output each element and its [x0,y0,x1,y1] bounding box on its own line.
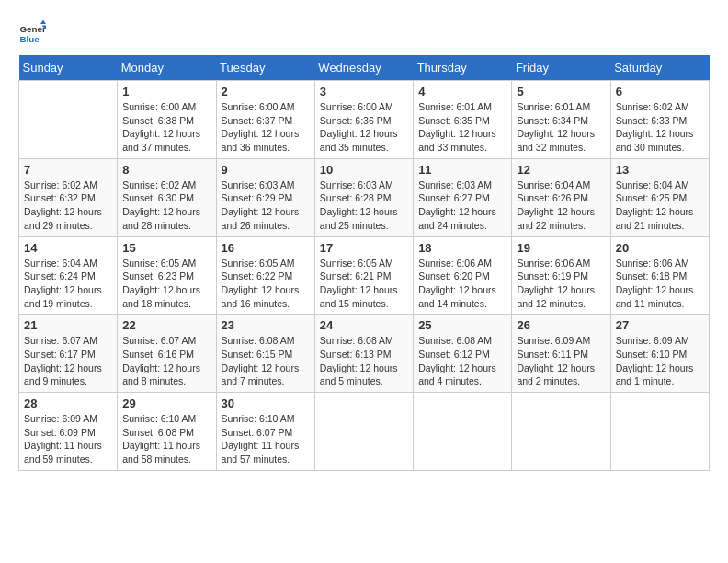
calendar-cell: 4Sunrise: 6:01 AM Sunset: 6:35 PM Daylig… [414,81,512,159]
day-number: 23 [222,318,310,332]
calendar-cell: 21Sunrise: 6:07 AM Sunset: 6:17 PM Dayli… [19,315,118,393]
day-number: 11 [418,163,506,177]
day-number: 12 [517,163,605,177]
calendar-cell: 22Sunrise: 6:07 AM Sunset: 6:16 PM Dayli… [118,315,216,393]
weekday-header-cell: Monday [118,55,216,81]
calendar-cell: 13Sunrise: 6:04 AM Sunset: 6:25 PM Dayli… [610,158,709,236]
day-number: 29 [122,396,210,410]
day-info: Sunrise: 6:10 AM Sunset: 6:07 PM Dayligh… [222,412,310,466]
day-info: Sunrise: 6:03 AM Sunset: 6:29 PM Dayligh… [222,178,310,233]
calendar-cell: 14Sunrise: 6:04 AM Sunset: 6:24 PM Dayli… [19,236,118,315]
day-info: Sunrise: 6:08 AM Sunset: 6:15 PM Dayligh… [222,334,310,388]
day-number: 10 [320,163,408,177]
day-info: Sunrise: 6:02 AM Sunset: 6:33 PM Dayligh… [616,100,704,155]
day-number: 1 [122,85,210,98]
day-info: Sunrise: 6:03 AM Sunset: 6:28 PM Dayligh… [320,178,408,233]
calendar-cell: 7Sunrise: 6:02 AM Sunset: 6:32 PM Daylig… [19,158,118,236]
day-info: Sunrise: 6:09 AM Sunset: 6:10 PM Dayligh… [616,334,704,388]
page-header: General Blue [18,18,710,46]
calendar-cell: 2Sunrise: 6:00 AM Sunset: 6:37 PM Daylig… [216,81,314,159]
logo-icon: General Blue [18,18,46,46]
weekday-header-cell: Sunday [19,55,118,81]
calendar-cell: 25Sunrise: 6:08 AM Sunset: 6:12 PM Dayli… [414,315,512,393]
svg-marker-2 [40,20,46,25]
day-info: Sunrise: 6:02 AM Sunset: 6:30 PM Dayligh… [122,178,210,233]
day-number: 28 [24,396,112,410]
calendar-cell: 15Sunrise: 6:05 AM Sunset: 6:23 PM Dayli… [118,236,216,315]
day-info: Sunrise: 6:06 AM Sunset: 6:20 PM Dayligh… [418,257,506,311]
weekday-header-cell: Tuesday [216,55,314,81]
calendar-cell: 17Sunrise: 6:05 AM Sunset: 6:21 PM Dayli… [314,236,413,315]
calendar-week-row: 14Sunrise: 6:04 AM Sunset: 6:24 PM Dayli… [19,236,710,315]
day-number: 15 [122,241,210,255]
day-info: Sunrise: 6:00 AM Sunset: 6:36 PM Dayligh… [320,100,408,155]
calendar-table: SundayMondayTuesdayWednesdayThursdayFrid… [18,55,710,471]
day-number: 6 [616,85,704,98]
day-info: Sunrise: 6:00 AM Sunset: 6:38 PM Dayligh… [122,100,210,155]
calendar-cell: 24Sunrise: 6:08 AM Sunset: 6:13 PM Dayli… [314,315,413,393]
day-info: Sunrise: 6:04 AM Sunset: 6:24 PM Dayligh… [24,257,112,311]
calendar-cell: 6Sunrise: 6:02 AM Sunset: 6:33 PM Daylig… [610,81,709,159]
day-number: 9 [222,163,310,177]
weekday-header-cell: Thursday [414,55,512,81]
day-number: 19 [517,241,605,255]
calendar-cell: 26Sunrise: 6:09 AM Sunset: 6:11 PM Dayli… [512,315,610,393]
calendar-cell: 20Sunrise: 6:06 AM Sunset: 6:18 PM Dayli… [610,236,709,315]
day-info: Sunrise: 6:07 AM Sunset: 6:16 PM Dayligh… [122,334,210,388]
day-info: Sunrise: 6:01 AM Sunset: 6:35 PM Dayligh… [418,100,506,155]
day-info: Sunrise: 6:05 AM Sunset: 6:21 PM Dayligh… [320,257,408,311]
day-number: 18 [418,241,506,255]
day-info: Sunrise: 6:05 AM Sunset: 6:22 PM Dayligh… [222,257,310,311]
day-number: 13 [616,163,704,177]
day-info: Sunrise: 6:08 AM Sunset: 6:12 PM Dayligh… [418,334,506,388]
calendar-cell: 9Sunrise: 6:03 AM Sunset: 6:29 PM Daylig… [216,158,314,236]
day-number: 17 [320,241,408,255]
calendar-body: 1Sunrise: 6:00 AM Sunset: 6:38 PM Daylig… [19,81,710,471]
day-number: 22 [122,318,210,332]
day-number: 7 [24,163,112,177]
weekday-header-cell: Wednesday [314,55,413,81]
day-info: Sunrise: 6:01 AM Sunset: 6:34 PM Dayligh… [517,100,605,155]
calendar-cell: 5Sunrise: 6:01 AM Sunset: 6:34 PM Daylig… [512,81,610,159]
day-number: 20 [616,241,704,255]
calendar-cell: 30Sunrise: 6:10 AM Sunset: 6:07 PM Dayli… [216,393,314,471]
calendar-cell: 10Sunrise: 6:03 AM Sunset: 6:28 PM Dayli… [314,158,413,236]
day-number: 26 [517,318,605,332]
calendar-cell [610,393,709,471]
logo: General Blue [18,18,46,46]
calendar-cell [19,81,118,159]
svg-text:Blue: Blue [20,34,40,44]
calendar-cell: 27Sunrise: 6:09 AM Sunset: 6:10 PM Dayli… [610,315,709,393]
calendar-cell: 28Sunrise: 6:09 AM Sunset: 6:09 PM Dayli… [19,393,118,471]
day-number: 2 [222,85,310,98]
weekday-header-cell: Saturday [610,55,709,81]
day-number: 3 [320,85,408,98]
day-info: Sunrise: 6:05 AM Sunset: 6:23 PM Dayligh… [122,257,210,311]
calendar-cell: 16Sunrise: 6:05 AM Sunset: 6:22 PM Dayli… [216,236,314,315]
day-number: 8 [122,163,210,177]
calendar-cell: 11Sunrise: 6:03 AM Sunset: 6:27 PM Dayli… [414,158,512,236]
day-info: Sunrise: 6:07 AM Sunset: 6:17 PM Dayligh… [24,334,112,388]
calendar-cell [414,393,512,471]
day-info: Sunrise: 6:04 AM Sunset: 6:25 PM Dayligh… [616,178,704,233]
day-info: Sunrise: 6:10 AM Sunset: 6:08 PM Dayligh… [122,412,210,466]
calendar-cell: 8Sunrise: 6:02 AM Sunset: 6:30 PM Daylig… [118,158,216,236]
day-info: Sunrise: 6:06 AM Sunset: 6:19 PM Dayligh… [517,257,605,311]
day-number: 24 [320,318,408,332]
day-number: 25 [418,318,506,332]
day-number: 27 [616,318,704,332]
day-number: 5 [517,85,605,98]
day-number: 16 [222,241,310,255]
day-info: Sunrise: 6:04 AM Sunset: 6:26 PM Dayligh… [517,178,605,233]
calendar-week-row: 28Sunrise: 6:09 AM Sunset: 6:09 PM Dayli… [19,393,710,471]
day-number: 14 [24,241,112,255]
day-info: Sunrise: 6:03 AM Sunset: 6:27 PM Dayligh… [418,178,506,233]
calendar-cell: 1Sunrise: 6:00 AM Sunset: 6:38 PM Daylig… [118,81,216,159]
calendar-week-row: 21Sunrise: 6:07 AM Sunset: 6:17 PM Dayli… [19,315,710,393]
calendar-cell [512,393,610,471]
calendar-cell [314,393,413,471]
calendar-cell: 19Sunrise: 6:06 AM Sunset: 6:19 PM Dayli… [512,236,610,315]
weekday-header-row: SundayMondayTuesdayWednesdayThursdayFrid… [19,55,710,81]
calendar-cell: 12Sunrise: 6:04 AM Sunset: 6:26 PM Dayli… [512,158,610,236]
calendar-cell: 3Sunrise: 6:00 AM Sunset: 6:36 PM Daylig… [314,81,413,159]
